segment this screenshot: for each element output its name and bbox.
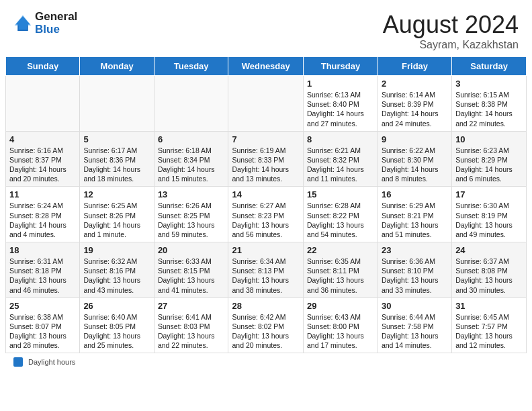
calendar-day-16: 16Sunrise: 6:29 AM Sunset: 8:21 PM Dayli… <box>378 187 451 242</box>
calendar-day-23: 23Sunrise: 6:36 AM Sunset: 8:10 PM Dayli… <box>378 242 451 298</box>
day-info: Sunrise: 6:43 AM Sunset: 8:00 PM Dayligh… <box>307 312 374 351</box>
day-number: 5 <box>83 134 150 144</box>
day-number: 8 <box>307 134 374 144</box>
day-info: Sunrise: 6:31 AM Sunset: 8:18 PM Dayligh… <box>9 257 76 295</box>
day-number: 7 <box>232 134 300 144</box>
day-number: 10 <box>455 134 523 144</box>
footer: Daylight hours <box>0 353 532 371</box>
calendar-day-20: 20Sunrise: 6:33 AM Sunset: 8:15 PM Dayli… <box>154 242 228 298</box>
day-info: Sunrise: 6:15 AM Sunset: 8:38 PM Dayligh… <box>455 90 523 128</box>
day-info: Sunrise: 6:36 AM Sunset: 8:10 PM Dayligh… <box>382 257 448 295</box>
calendar-day-25: 25Sunrise: 6:38 AM Sunset: 8:07 PM Dayli… <box>6 298 80 353</box>
calendar-week-row: 11Sunrise: 6:24 AM Sunset: 8:28 PM Dayli… <box>6 187 527 242</box>
day-number: 23 <box>382 245 448 255</box>
day-info: Sunrise: 6:17 AM Sunset: 8:36 PM Dayligh… <box>83 146 150 184</box>
day-number: 2 <box>382 79 448 89</box>
calendar-dow-saturday: Saturday <box>452 57 527 76</box>
day-number: 24 <box>455 245 523 255</box>
calendar-day-5: 5Sunrise: 6:17 AM Sunset: 8:36 PM Daylig… <box>80 131 154 187</box>
calendar-day-22: 22Sunrise: 6:35 AM Sunset: 8:11 PM Dayli… <box>304 242 378 298</box>
day-number: 11 <box>9 189 76 199</box>
day-number: 6 <box>158 134 225 144</box>
calendar-day-18: 18Sunrise: 6:31 AM Sunset: 8:18 PM Dayli… <box>6 242 80 298</box>
day-number: 22 <box>307 245 374 255</box>
day-number: 14 <box>232 189 300 199</box>
calendar-dow-sunday: Sunday <box>6 57 80 76</box>
title-block: August 2024 Sayram, Kazakhstan <box>383 11 519 51</box>
day-number: 16 <box>382 189 448 199</box>
month-year: August 2024 <box>383 11 519 39</box>
day-info: Sunrise: 6:30 AM Sunset: 8:19 PM Dayligh… <box>455 201 523 239</box>
day-number: 17 <box>455 189 523 199</box>
calendar-day-4: 4Sunrise: 6:16 AM Sunset: 8:37 PM Daylig… <box>6 131 80 187</box>
calendar-day-29: 29Sunrise: 6:43 AM Sunset: 8:00 PM Dayli… <box>304 298 378 353</box>
day-info: Sunrise: 6:24 AM Sunset: 8:28 PM Dayligh… <box>9 201 76 239</box>
calendar-day-30: 30Sunrise: 6:44 AM Sunset: 7:58 PM Dayli… <box>378 298 451 353</box>
calendar-day-27: 27Sunrise: 6:41 AM Sunset: 8:03 PM Dayli… <box>154 298 228 353</box>
day-info: Sunrise: 6:18 AM Sunset: 8:34 PM Dayligh… <box>158 146 225 184</box>
calendar-day-3: 3Sunrise: 6:15 AM Sunset: 8:38 PM Daylig… <box>452 76 527 132</box>
logo-text: General Blue <box>35 11 77 36</box>
calendar-day-26: 26Sunrise: 6:40 AM Sunset: 8:05 PM Dayli… <box>80 298 154 353</box>
calendar-week-row: 1Sunrise: 6:13 AM Sunset: 8:40 PM Daylig… <box>6 76 527 132</box>
calendar-dow-tuesday: Tuesday <box>154 57 228 76</box>
day-info: Sunrise: 6:25 AM Sunset: 8:26 PM Dayligh… <box>83 201 150 239</box>
calendar-day-19: 19Sunrise: 6:32 AM Sunset: 8:16 PM Dayli… <box>80 242 154 298</box>
day-info: Sunrise: 6:21 AM Sunset: 8:32 PM Dayligh… <box>307 146 374 184</box>
calendar-day-6: 6Sunrise: 6:18 AM Sunset: 8:34 PM Daylig… <box>154 131 228 187</box>
day-info: Sunrise: 6:40 AM Sunset: 8:05 PM Dayligh… <box>83 312 150 351</box>
calendar-day-9: 9Sunrise: 6:22 AM Sunset: 8:30 PM Daylig… <box>378 131 451 187</box>
daylight-dot <box>13 357 23 367</box>
day-number: 18 <box>9 245 76 255</box>
day-info: Sunrise: 6:32 AM Sunset: 8:16 PM Dayligh… <box>83 257 150 295</box>
calendar-dow-friday: Friday <box>378 57 451 76</box>
day-info: Sunrise: 6:41 AM Sunset: 8:03 PM Dayligh… <box>158 312 225 351</box>
day-number: 19 <box>83 245 150 255</box>
day-info: Sunrise: 6:16 AM Sunset: 8:37 PM Dayligh… <box>9 146 76 184</box>
header: General Blue August 2024 Sayram, Kazakhs… <box>0 0 532 56</box>
day-info: Sunrise: 6:28 AM Sunset: 8:22 PM Dayligh… <box>307 201 374 239</box>
day-info: Sunrise: 6:26 AM Sunset: 8:25 PM Dayligh… <box>158 201 225 239</box>
day-number: 15 <box>307 189 374 199</box>
calendar-day-28: 28Sunrise: 6:42 AM Sunset: 8:02 PM Dayli… <box>228 298 304 353</box>
calendar-dow-thursday: Thursday <box>304 57 378 76</box>
day-number: 29 <box>307 301 374 311</box>
day-number: 12 <box>83 189 150 199</box>
calendar-day-15: 15Sunrise: 6:28 AM Sunset: 8:22 PM Dayli… <box>304 187 378 242</box>
day-info: Sunrise: 6:38 AM Sunset: 8:07 PM Dayligh… <box>9 312 76 351</box>
calendar-header-row: SundayMondayTuesdayWednesdayThursdayFrid… <box>6 57 527 76</box>
calendar-day-17: 17Sunrise: 6:30 AM Sunset: 8:19 PM Dayli… <box>452 187 527 242</box>
calendar-dow-monday: Monday <box>80 57 154 76</box>
day-info: Sunrise: 6:22 AM Sunset: 8:30 PM Dayligh… <box>382 146 448 184</box>
day-info: Sunrise: 6:13 AM Sunset: 8:40 PM Dayligh… <box>307 90 374 128</box>
calendar-day-13: 13Sunrise: 6:26 AM Sunset: 8:25 PM Dayli… <box>154 187 228 242</box>
day-info: Sunrise: 6:23 AM Sunset: 8:29 PM Dayligh… <box>455 146 523 184</box>
day-info: Sunrise: 6:45 AM Sunset: 7:57 PM Dayligh… <box>455 312 523 351</box>
calendar-week-row: 4Sunrise: 6:16 AM Sunset: 8:37 PM Daylig… <box>6 131 527 187</box>
calendar-day-31: 31Sunrise: 6:45 AM Sunset: 7:57 PM Dayli… <box>452 298 527 353</box>
day-info: Sunrise: 6:34 AM Sunset: 8:13 PM Dayligh… <box>232 257 300 295</box>
calendar-day-11: 11Sunrise: 6:24 AM Sunset: 8:28 PM Dayli… <box>6 187 80 242</box>
calendar-day-8: 8Sunrise: 6:21 AM Sunset: 8:32 PM Daylig… <box>304 131 378 187</box>
day-info: Sunrise: 6:35 AM Sunset: 8:11 PM Dayligh… <box>307 257 374 295</box>
day-number: 31 <box>455 301 523 311</box>
day-number: 27 <box>158 301 225 311</box>
day-number: 1 <box>307 79 374 89</box>
calendar-week-row: 18Sunrise: 6:31 AM Sunset: 8:18 PM Dayli… <box>6 242 527 298</box>
calendar-day-21: 21Sunrise: 6:34 AM Sunset: 8:13 PM Dayli… <box>228 242 304 298</box>
calendar: SundayMondayTuesdayWednesdayThursdayFrid… <box>5 56 527 353</box>
calendar-dow-wednesday: Wednesday <box>228 57 304 76</box>
calendar-empty-cell <box>154 76 228 132</box>
svg-marker-2 <box>15 15 32 30</box>
day-info: Sunrise: 6:44 AM Sunset: 7:58 PM Dayligh… <box>382 312 448 351</box>
calendar-day-24: 24Sunrise: 6:37 AM Sunset: 8:08 PM Dayli… <box>452 242 527 298</box>
day-number: 30 <box>382 301 448 311</box>
day-info: Sunrise: 6:42 AM Sunset: 8:02 PM Dayligh… <box>232 312 300 351</box>
day-info: Sunrise: 6:19 AM Sunset: 8:33 PM Dayligh… <box>232 146 300 184</box>
day-number: 21 <box>232 245 300 255</box>
calendar-day-2: 2Sunrise: 6:14 AM Sunset: 8:39 PM Daylig… <box>378 76 451 132</box>
day-number: 28 <box>232 301 300 311</box>
day-number: 13 <box>158 189 225 199</box>
day-number: 3 <box>455 79 523 89</box>
day-number: 26 <box>83 301 150 311</box>
